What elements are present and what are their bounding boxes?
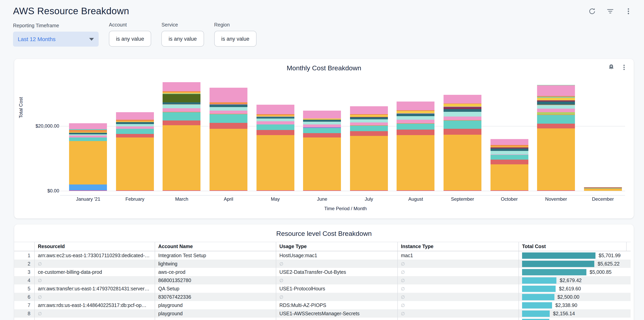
cell-resource-id: ∅ — [35, 259, 155, 268]
cell-total-cost — [519, 318, 627, 320]
bar-segment-pink — [256, 121, 294, 124]
bar-segment-darkteal — [116, 122, 154, 124]
cell-account-name — [155, 318, 276, 320]
stacked-bar-october[interactable] — [490, 139, 528, 191]
cell-usage-type: ∅ — [276, 259, 398, 268]
bar-segment-amber — [210, 129, 248, 190]
column-header-account-name[interactable]: Account Name — [155, 242, 276, 251]
filter-button[interactable]: is any value — [214, 31, 256, 47]
column-header-usage-type[interactable]: Usage Type — [276, 242, 398, 251]
stacked-bar-march[interactable] — [163, 82, 201, 191]
bar-segment-pink — [303, 124, 341, 127]
bar-segment-orange — [490, 145, 528, 146]
column-header-instance-type[interactable]: Instance Type — [398, 242, 519, 251]
cell-total-cost: $2,679.42 — [519, 276, 627, 284]
table-row: 9 — [14, 318, 630, 320]
bar-segment-red — [163, 121, 201, 125]
stacked-bar-may[interactable] — [256, 105, 294, 191]
null-value: ∅ — [38, 311, 42, 316]
bar-series — [65, 59, 626, 191]
bar-segment-pink — [537, 85, 575, 96]
total-cost-value: $5,701.99 — [598, 253, 620, 258]
filter-icon[interactable] — [606, 7, 614, 15]
bar-segment-lightteal — [397, 116, 435, 120]
total-cost-bar — [522, 302, 552, 308]
bar-segment-lightteal — [537, 105, 575, 109]
bar-segment-orange — [210, 103, 248, 104]
bar-segment-pink — [444, 95, 482, 104]
null-value: ∅ — [401, 311, 405, 316]
cell-instance-type: ∅ — [398, 301, 519, 309]
bar-segment-lightteal — [210, 107, 248, 110]
total-cost-bar — [522, 310, 550, 317]
bar-segment-orange — [256, 114, 294, 115]
cell-total-cost: $5,625.22 — [519, 259, 627, 268]
stacked-bar-january-21[interactable] — [69, 123, 107, 191]
filter-button[interactable]: is any value — [162, 31, 204, 47]
table-header-row: ResourceIdAccount NameUsage TypeInstance… — [14, 242, 630, 251]
bar-segment-amber — [303, 137, 341, 190]
stacked-bar-july[interactable] — [350, 106, 388, 191]
bar-segment-darkteal — [397, 114, 435, 116]
stacked-bar-june[interactable] — [303, 110, 341, 191]
bar-segment-red — [256, 130, 294, 135]
null-value: ∅ — [401, 294, 405, 300]
stacked-bar-september[interactable] — [444, 95, 482, 191]
cell-instance-type: mac1 — [398, 251, 519, 259]
x-tick-label: October — [486, 196, 533, 202]
stacked-bar-november[interactable] — [537, 85, 575, 191]
cell-total-cost: $2,619.60 — [519, 284, 627, 293]
bar-slot — [65, 59, 112, 191]
total-cost-bar — [522, 294, 554, 300]
cell-total-cost: $2,338.90 — [519, 301, 627, 309]
stacked-bar-april[interactable] — [210, 88, 248, 191]
filter-dropdown[interactable]: Last 12 Months — [13, 32, 99, 47]
stacked-bar-august[interactable] — [397, 102, 435, 191]
bar-segment-pink — [116, 126, 154, 129]
bar-segment-darkteal — [444, 109, 482, 112]
bar-segment-maroon — [444, 107, 482, 109]
cell-usage-type: USE1-AWSSecretsManager-Secrets — [276, 309, 398, 318]
bar-segment-pink — [163, 82, 201, 91]
bar-segment-teal — [350, 126, 388, 131]
bar-segment-yellow — [537, 97, 575, 100]
null-value: ∅ — [280, 261, 283, 266]
cell-account-name: QA Setup — [155, 284, 276, 293]
cell-total-cost: $2,156.14 — [519, 309, 627, 318]
bar-segment-amber — [537, 128, 575, 190]
total-cost-bar — [522, 318, 549, 320]
column-header-resourceid[interactable]: ResourceId — [35, 242, 155, 251]
stacked-bar-december[interactable] — [584, 187, 622, 191]
bar-slot — [580, 59, 626, 191]
total-cost-bar — [522, 277, 556, 283]
bar-segment-pink — [210, 88, 248, 103]
bar-segment-amber — [256, 135, 294, 190]
bar-segment-teal — [303, 128, 341, 133]
total-cost-value: $2,619.60 — [559, 286, 581, 291]
bar-segment-magenta — [210, 190, 248, 191]
filter-service: Serviceis any value — [162, 22, 204, 47]
filter-label: Account — [109, 22, 151, 28]
column-header-total-cost[interactable]: Total Cost — [519, 242, 627, 251]
total-cost-value: $5,000.85 — [590, 269, 612, 275]
stacked-bar-february[interactable] — [116, 112, 154, 191]
bar-segment-darkteal — [350, 117, 388, 119]
bar-segment-darkteal — [256, 117, 294, 119]
bar-segment-pink — [350, 106, 388, 114]
bar-segment-magenta — [397, 190, 435, 191]
filter-button[interactable]: is any value — [109, 31, 151, 47]
null-value: ∅ — [280, 277, 283, 283]
cell-instance-type — [398, 318, 519, 320]
table-row: 4∅868001352780∅∅$2,679.42 — [14, 276, 630, 284]
row-number: 4 — [14, 276, 35, 284]
refresh-icon[interactable] — [588, 7, 596, 15]
bar-segment-pink — [397, 102, 435, 110]
x-tick-label: January '21 — [65, 196, 112, 202]
cell-total-cost: $2,500.00 — [519, 293, 627, 301]
bar-segment-orange — [69, 130, 107, 132]
total-cost-value: $2,679.42 — [560, 277, 582, 283]
table-row: 5arn:aws:transfer:us-east-1:479370281431… — [14, 284, 630, 293]
total-cost-value: $2,338.90 — [556, 302, 577, 308]
x-axis-labels: January '21FebruaryMarchAprilMayJuneJuly… — [65, 196, 626, 202]
kebab-menu-icon[interactable] — [624, 7, 632, 15]
